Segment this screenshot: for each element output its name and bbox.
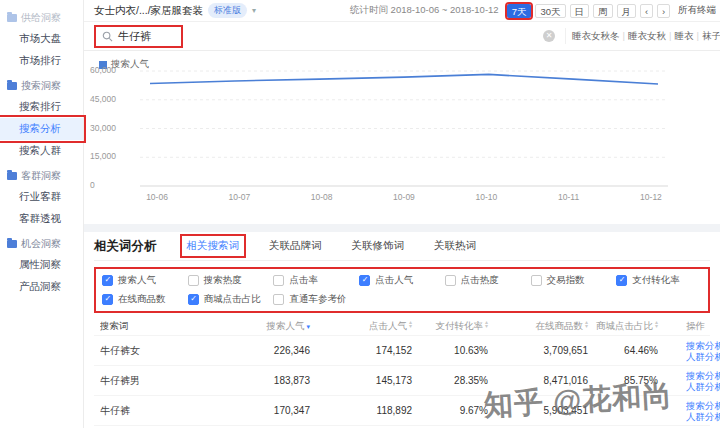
sort-icon[interactable]: ▴▾: [655, 320, 658, 328]
checkbox-icon[interactable]: [102, 275, 113, 286]
search-row: 牛仔裤 ✕ 睡衣女秋冬|睡衣女秋|睡衣|袜子女|睡衣: [84, 22, 720, 51]
filter-click-heat[interactable]: 点击热度: [445, 273, 531, 288]
sidebar-group-opportunity[interactable]: 机会洞察: [0, 233, 83, 254]
hot-tag[interactable]: 袜子女: [702, 30, 720, 41]
keyword-cell[interactable]: 牛仔裤: [100, 404, 240, 418]
checkbox-icon[interactable]: [273, 275, 284, 286]
filter-label: 在线商品数: [118, 293, 166, 306]
filter-mall-click-share[interactable]: 商城点击占比: [188, 292, 274, 307]
col-header-keyword: 搜索词: [100, 320, 240, 333]
sidebar-group-search[interactable]: 搜索洞察: [0, 75, 83, 96]
search-field-area[interactable]: ✕: [183, 22, 565, 50]
x-axis-tick: 10-12: [634, 192, 668, 202]
col-header-click-popularity[interactable]: 点击人气▴▾: [310, 320, 412, 333]
sidebar-group-label: 机会洞察: [21, 237, 61, 251]
search-analysis-link[interactable]: 搜索分析: [686, 370, 720, 381]
clear-search-icon[interactable]: ✕: [543, 30, 555, 42]
sidebar-item-market-overview[interactable]: 市场大盘: [0, 28, 83, 50]
search-input[interactable]: 牛仔裤: [94, 25, 183, 48]
crowd-analysis-link[interactable]: 人群分析: [686, 381, 720, 392]
sidebar-group-label: 客群洞察: [21, 169, 61, 183]
filter-online-products[interactable]: 在线商品数: [102, 292, 188, 307]
col-header-search-popularity[interactable]: 搜索人气▾: [240, 320, 310, 333]
filter-click-rate[interactable]: 点击率: [273, 273, 359, 288]
pay-conversion-cell: 28.35%: [412, 375, 488, 386]
hot-tag[interactable]: 睡衣女秋冬: [572, 30, 620, 41]
trend-line: [150, 74, 658, 84]
crowd-analysis-link[interactable]: 人群分析: [686, 411, 720, 422]
filter-search-popularity[interactable]: 搜索人气: [102, 273, 188, 288]
col-header-mall-click-share[interactable]: 商城点击占比▴▾: [588, 320, 658, 333]
range-week-button[interactable]: 周: [593, 4, 613, 18]
filter-search-heat[interactable]: 搜索热度: [188, 273, 274, 288]
filter-click-popularity[interactable]: 点击人气: [359, 273, 445, 288]
chevron-down-icon[interactable]: ▾: [252, 6, 256, 15]
table-header-row: 搜索词 搜索人气▾ 点击人气▴▾ 支付转化率▴▾ 在线商品数▴▾ 商城点击占比▴…: [94, 317, 710, 335]
tab-modifier-words[interactable]: 关联修饰词: [348, 237, 409, 255]
prev-period-button[interactable]: ‹: [640, 4, 653, 18]
x-axis-tick: 10-10: [469, 192, 503, 202]
terminal-selector[interactable]: 所有终端: [678, 4, 716, 17]
col-header-online-products[interactable]: 在线商品数▴▾: [488, 320, 588, 333]
next-period-button[interactable]: ›: [657, 4, 670, 18]
tag-separator: |: [696, 30, 698, 41]
range-30d-button[interactable]: 30天: [535, 4, 565, 18]
sidebar-item-crowd-perspective[interactable]: 客群透视: [0, 208, 83, 230]
tab-related-search-words[interactable]: 相关搜索词: [183, 237, 244, 255]
col-header-pay-conversion[interactable]: 支付转化率▴▾: [412, 320, 488, 333]
sidebar: 供给洞察 市场大盘 市场排行 搜索洞察 搜索排行 搜索分析 搜索人群 客群洞察 …: [0, 0, 84, 428]
table-row[interactable]: 牛仔裤女 226,346 174,152 10.63% 3,709,651 64…: [94, 335, 710, 365]
search-icon: [102, 31, 113, 42]
click-popularity-cell: 145,173: [310, 375, 412, 386]
click-popularity-cell: 174,152: [310, 345, 412, 356]
search-analysis-link[interactable]: 搜索分析: [686, 340, 720, 351]
pay-conversion-cell: 9.67%: [412, 405, 488, 416]
sidebar-group-supply[interactable]: 供给洞察: [0, 7, 83, 28]
panel-divider: [84, 224, 720, 232]
sidebar-item-market-rank[interactable]: 市场排行: [0, 50, 83, 72]
main-content: 女士内衣/.../家居服套装 标准版 ▾ 统计时间 2018-10-06 ~ 2…: [84, 0, 720, 428]
row-actions: 搜索分析 人群分析: [686, 340, 720, 362]
x-axis-tick: 10-08: [305, 192, 339, 202]
tab-brand-words[interactable]: 关联品牌词: [265, 237, 326, 255]
related-hot-tags: 睡衣女秋冬|睡衣女秋|睡衣|袜子女|睡衣: [565, 28, 720, 44]
hot-tag[interactable]: 睡衣: [674, 30, 693, 41]
sidebar-item-industry-crowd[interactable]: 行业客群: [0, 186, 83, 208]
filter-trade-index[interactable]: 交易指数: [531, 273, 617, 288]
sidebar-item-search-analysis[interactable]: 搜索分析: [0, 118, 83, 140]
checkbox-icon[interactable]: [188, 294, 199, 305]
filter-ztc-price[interactable]: 直通车参考价: [273, 292, 359, 307]
sidebar-item-attribute-insight[interactable]: 属性洞察: [0, 254, 83, 276]
filter-label: 点击热度: [461, 274, 499, 287]
breadcrumb[interactable]: 女士内衣/.../家居服套装 标准版 ▾: [94, 3, 256, 18]
x-axis-tick: 10-06: [140, 192, 174, 202]
checkbox-icon[interactable]: [102, 294, 113, 305]
sidebar-group-customer[interactable]: 客群洞察: [0, 165, 83, 186]
line-chart-canvas[interactable]: [140, 65, 668, 195]
version-badge: 标准版: [208, 3, 247, 18]
date-controls: 统计时间 2018-10-06 ~ 2018-10-12 7天 30天 日 周 …: [350, 4, 716, 18]
range-7d-button[interactable]: 7天: [507, 4, 532, 18]
checkbox-icon[interactable]: [273, 294, 284, 305]
range-month-button[interactable]: 月: [617, 4, 637, 18]
hot-tag[interactable]: 睡衣女秋: [628, 30, 666, 41]
filter-pay-conversion[interactable]: 支付转化率: [616, 273, 702, 288]
sidebar-item-search-crowd[interactable]: 搜索人群: [0, 140, 83, 162]
range-day-button[interactable]: 日: [570, 4, 590, 18]
sidebar-item-product-insight[interactable]: 产品洞察: [0, 276, 83, 298]
checkbox-icon[interactable]: [188, 275, 199, 286]
filter-label: 交易指数: [547, 274, 585, 287]
keyword-cell[interactable]: 牛仔裤女: [100, 344, 240, 358]
filter-label: 点击人气: [375, 274, 413, 287]
checkbox-icon[interactable]: [531, 275, 542, 286]
row-actions: 搜索分析 人群分析: [686, 400, 720, 422]
crowd-analysis-link[interactable]: 人群分析: [686, 351, 720, 362]
checkbox-icon[interactable]: [445, 275, 456, 286]
tab-hot-words[interactable]: 关联热词: [430, 237, 480, 255]
checkbox-icon[interactable]: [616, 275, 627, 286]
sidebar-item-search-rank[interactable]: 搜索排行: [0, 96, 83, 118]
checkbox-icon[interactable]: [359, 275, 370, 286]
search-analysis-link[interactable]: 搜索分析: [686, 400, 720, 411]
filter-label: 支付转化率: [632, 274, 680, 287]
keyword-cell[interactable]: 牛仔裤男: [100, 374, 240, 388]
